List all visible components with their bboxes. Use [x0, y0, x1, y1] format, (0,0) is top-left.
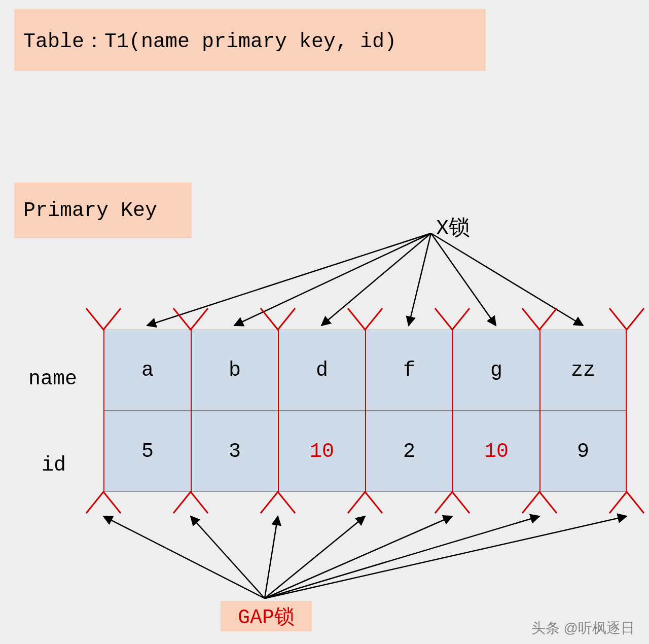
index-column: a5 [103, 330, 191, 492]
index-column: f2 [365, 330, 452, 492]
row-header-name: name [28, 368, 77, 390]
svg-line-5 [431, 233, 583, 326]
svg-line-10 [265, 516, 452, 598]
row-header-id: id [42, 454, 66, 477]
primary-key-text: Primary Key [23, 199, 157, 222]
index-column: b3 [191, 330, 278, 492]
svg-line-9 [265, 516, 365, 598]
table-definition-text: Table：T1(name primary key, id) [23, 26, 396, 54]
name-cell: zz [540, 330, 626, 411]
name-cell: d [279, 330, 365, 411]
svg-line-3 [409, 233, 431, 326]
name-cell: b [192, 330, 278, 411]
table-definition-box: Table：T1(name primary key, id) [14, 9, 486, 71]
id-cell: 2 [366, 411, 452, 492]
primary-key-box: Primary Key [14, 183, 192, 238]
id-cell: 10 [453, 411, 539, 492]
id-cell: 5 [104, 411, 191, 492]
index-column: d10 [278, 330, 365, 492]
svg-line-0 [147, 233, 431, 326]
gap-lock-label: GAP锁 [221, 601, 312, 631]
svg-line-6 [103, 516, 265, 598]
index-column: g10 [452, 330, 539, 492]
svg-line-11 [265, 516, 539, 598]
watermark-text: 头条 @听枫逐日 [531, 619, 635, 638]
svg-line-12 [265, 516, 627, 598]
name-cell: f [366, 330, 452, 411]
svg-line-1 [234, 233, 431, 326]
svg-line-2 [321, 233, 431, 326]
index-column: zz9 [539, 330, 627, 492]
arrow-overlay [0, 0, 649, 644]
name-cell: a [104, 330, 191, 411]
id-cell: 10 [279, 411, 365, 492]
id-cell: 3 [192, 411, 278, 492]
id-cell: 9 [540, 411, 626, 492]
svg-line-7 [191, 516, 265, 598]
x-lock-label: X锁 [436, 213, 470, 241]
name-cell: g [453, 330, 539, 411]
index-table: a5b3d10f2g10zz9 [103, 330, 627, 492]
svg-line-8 [265, 516, 278, 598]
svg-line-4 [431, 233, 496, 326]
